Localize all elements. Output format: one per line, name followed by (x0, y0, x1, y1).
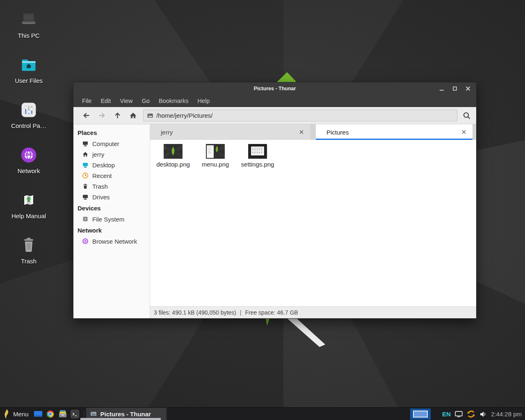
sidebar-item-label: File System (92, 216, 124, 223)
thumbnail-settings-png (238, 144, 277, 159)
side-network-icon (82, 238, 89, 244)
workspace-switcher[interactable] (410, 409, 431, 420)
tray-icons (455, 410, 487, 418)
titlebar[interactable]: Pictures - Thunar (73, 82, 476, 95)
path-bar[interactable]: /home/jerry/Pictures/ (143, 110, 457, 121)
tray-updates-icon[interactable] (467, 410, 475, 418)
sidebar-item-computer[interactable]: Computer (73, 138, 150, 149)
nav-forward-button[interactable] (94, 109, 110, 123)
sidebar-item-label: Recent (92, 172, 112, 179)
sidebar-item-drives[interactable]: Drives (73, 192, 150, 202)
menu-view[interactable]: View (115, 95, 137, 107)
sidebar-item-label: Browse Network (92, 238, 137, 245)
search-button[interactable] (457, 109, 476, 123)
desktop-icon-label: User Files (6, 77, 51, 84)
sidebar-item-label: Drives (92, 194, 110, 201)
chrome-icon (46, 410, 55, 418)
launcher-chrome[interactable] (44, 408, 57, 420)
file-menu-png[interactable]: menu.png (196, 144, 235, 168)
side-computer-icon (82, 140, 89, 147)
sidebar: Places Computer jerry Desktop Recent Tra… (73, 124, 150, 318)
file-name: settings.png (238, 161, 277, 168)
launcher-terminal[interactable] (69, 408, 81, 420)
tab-close-icon[interactable] (298, 128, 305, 136)
tab-bar: jerry Pictures (150, 124, 476, 140)
this-pc-icon (6, 11, 51, 29)
menubar: FileEditViewGoBookmarksHelp (73, 95, 476, 107)
menu-bookmarks[interactable]: Bookmarks (154, 95, 193, 107)
desktop-icon-label: Help Manual (6, 212, 51, 219)
sidebar-header-network: Network (73, 224, 150, 236)
status-free-space: Free space: 46.7 GB (245, 309, 298, 316)
sidebar-item-label: Trash (92, 183, 108, 190)
window-controls (438, 82, 472, 95)
minimize-button[interactable] (438, 84, 446, 93)
taskbar: Menu Pictures - Thunar EN 2:44:28 pm (0, 407, 525, 420)
tab-spacer (310, 124, 316, 140)
file-grid: desktop.png menu.png settings.png (150, 140, 476, 306)
desktop-icon-user-files[interactable]: User Files (6, 56, 51, 84)
clock[interactable]: 2:44:28 pm (491, 411, 522, 418)
nav-back-button[interactable] (78, 109, 94, 123)
help-manual-icon (6, 191, 51, 209)
app-menu-button[interactable]: Menu (0, 408, 32, 420)
file-name: desktop.png (153, 161, 193, 168)
status-bar: 3 files: 490.1 kB (490,050 bytes) | Free… (150, 306, 476, 318)
desktop-icon-trash[interactable]: Trash (6, 236, 51, 265)
tab-pictures[interactable]: Pictures (316, 124, 472, 140)
sidebar-item-desktop[interactable]: Desktop (73, 160, 150, 170)
side-recent-icon (82, 172, 89, 179)
nav-up-button[interactable] (110, 109, 125, 123)
side-trash-icon (82, 183, 89, 189)
forward-icon (98, 112, 106, 119)
tab-close-icon[interactable] (460, 128, 468, 136)
launcher-show-desktop[interactable] (32, 408, 44, 420)
tab-label: jerry (161, 129, 298, 136)
close-button[interactable] (464, 84, 472, 93)
quick-launchers (32, 408, 81, 420)
thumbnail-desktop-png (153, 144, 193, 159)
desktop-icon-label: Control Pa… (6, 122, 51, 129)
file-settings-png[interactable]: settings.png (238, 144, 277, 168)
side-filesystem-icon (82, 216, 89, 222)
nav-home-button[interactable] (125, 109, 141, 123)
status-files-summary: 3 files: 490.1 kB (490,050 bytes) (154, 309, 236, 316)
menu-go[interactable]: Go (137, 95, 154, 107)
control-pa-icon (6, 101, 51, 119)
distro-menu-icon (3, 409, 10, 419)
maximize-button[interactable] (451, 84, 459, 93)
sidebar-item-browse-network[interactable]: Browse Network (73, 236, 150, 247)
desktop-icon-help-manual[interactable]: Help Manual (6, 191, 51, 219)
menu-file[interactable]: File (78, 95, 96, 107)
search-icon (463, 112, 471, 120)
file-name: menu.png (196, 161, 235, 168)
tray-volume-icon[interactable] (479, 410, 487, 418)
sidebar-item-jerry[interactable]: jerry (73, 149, 150, 160)
window-title: Pictures - Thunar (73, 82, 476, 95)
trash-icon (6, 236, 51, 254)
nav-buttons (78, 109, 141, 123)
thunar-window: Pictures - Thunar FileEditViewGoBookmark… (73, 82, 477, 319)
keyboard-layout-indicator[interactable]: EN (442, 411, 451, 418)
desktop-icon-network[interactable]: Network (6, 146, 51, 174)
tab-jerry[interactable]: jerry (150, 124, 310, 140)
sidebar-item-label: Computer (92, 140, 119, 147)
back-icon (82, 112, 90, 119)
desktop-icon-this-pc[interactable]: This PC (6, 11, 51, 39)
sidebar-item-recent[interactable]: Recent (73, 170, 150, 181)
desktop-icon-label: Trash (6, 258, 51, 265)
sidebar-item-file-system[interactable]: File System (73, 214, 150, 224)
sidebar-item-label: Desktop (92, 162, 115, 169)
network-icon (6, 146, 51, 164)
system-tray: EN 2:44:28 pm (442, 408, 522, 420)
file-desktop-png[interactable]: desktop.png (153, 144, 193, 168)
sidebar-item-trash[interactable]: Trash (73, 181, 150, 192)
menu-help[interactable]: Help (193, 95, 214, 107)
desktop-icon-control-pa[interactable]: Control Pa… (6, 101, 51, 129)
active-task-indicator (80, 418, 161, 420)
tray-display-icon[interactable] (455, 410, 463, 418)
menu-edit[interactable]: Edit (96, 95, 115, 107)
launcher-file-cabinet[interactable] (57, 408, 69, 420)
tab-label: Pictures (326, 129, 460, 136)
thumbnail-menu-png (196, 144, 235, 159)
